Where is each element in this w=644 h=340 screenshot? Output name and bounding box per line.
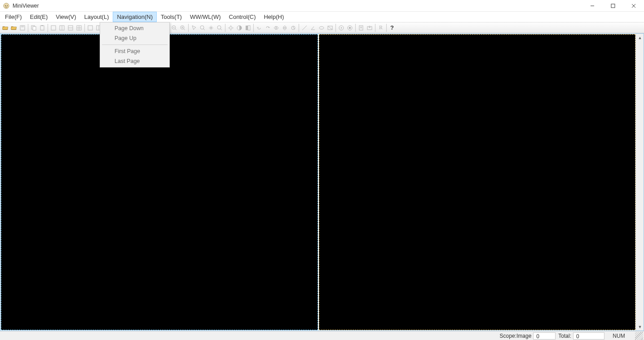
- window-title: MiniViewer: [13, 3, 39, 9]
- image-pane-left[interactable]: [1, 34, 318, 330]
- flip-v-icon[interactable]: [281, 24, 289, 32]
- toolbar-separator: [355, 24, 356, 32]
- open-icon[interactable]: [10, 24, 18, 32]
- layout-2v-icon[interactable]: [66, 24, 75, 32]
- resize-grip-icon[interactable]: [635, 332, 643, 340]
- menu-help[interactable]: Help(H): [260, 12, 288, 22]
- toolbar-separator: [386, 24, 387, 32]
- scroll-up-icon[interactable]: ▲: [636, 34, 644, 41]
- save-icon[interactable]: [18, 24, 26, 32]
- toolbar-separator: [188, 24, 189, 32]
- svg-point-40: [229, 27, 232, 29]
- paste-icon[interactable]: [38, 24, 46, 32]
- layout-4-icon[interactable]: [75, 24, 83, 32]
- svg-rect-13: [51, 26, 56, 30]
- menu-navigation[interactable]: Navigation(N): [113, 12, 156, 22]
- svg-line-39: [221, 29, 222, 30]
- rotate-left-icon[interactable]: [255, 24, 263, 32]
- menubar: File(F) Edit(E) View(V) Layout(L) Naviga…: [0, 12, 644, 22]
- brightness-icon[interactable]: [227, 24, 235, 32]
- menu-tools[interactable]: Tools(T): [157, 12, 186, 22]
- stop-icon[interactable]: [346, 24, 354, 32]
- menu-view[interactable]: View(V): [52, 12, 80, 22]
- svg-rect-11: [40, 26, 44, 30]
- svg-rect-55: [349, 27, 351, 29]
- svg-point-50: [319, 27, 324, 29]
- layout-1-icon[interactable]: [49, 24, 57, 32]
- open-multi-icon[interactable]: [1, 24, 9, 32]
- menu-wwwl[interactable]: WW/WL(W): [186, 12, 225, 22]
- toolbar-separator: [225, 24, 225, 32]
- rotate-right-icon[interactable]: [264, 24, 272, 32]
- svg-rect-47: [248, 26, 250, 30]
- dropdown-separator: [102, 45, 168, 45]
- copy-icon[interactable]: [30, 24, 38, 32]
- help-icon[interactable]: ?: [388, 24, 396, 32]
- status-scope-label: Scope:Image: [498, 333, 534, 339]
- contrast-icon[interactable]: [235, 24, 243, 32]
- dropdown-page-down[interactable]: Page Down: [101, 23, 168, 33]
- svg-rect-12: [41, 25, 43, 26]
- toolbar-separator: [84, 24, 85, 32]
- minimize-button[interactable]: [582, 0, 603, 12]
- svg-point-0: [4, 3, 9, 9]
- reset-icon[interactable]: [289, 24, 297, 32]
- pan-icon[interactable]: [207, 24, 215, 32]
- zoom-region-icon[interactable]: [198, 24, 207, 32]
- toolbar-separator: [375, 24, 375, 32]
- viewport: ▲ ▼: [0, 33, 644, 331]
- flip-h-icon[interactable]: [272, 24, 280, 32]
- status-scope-value: 0: [533, 332, 556, 340]
- r-icon[interactable]: R: [377, 24, 385, 32]
- svg-point-1: [5, 5, 6, 6]
- play-icon[interactable]: [337, 24, 345, 32]
- status-total-value: 0: [573, 332, 604, 340]
- menu-file[interactable]: File(F): [1, 12, 26, 22]
- zoom-in-icon[interactable]: [179, 24, 187, 32]
- pointer-icon[interactable]: [190, 24, 198, 32]
- svg-point-2: [7, 5, 8, 6]
- window-controls: [582, 0, 644, 12]
- status-num: NUM: [605, 332, 632, 340]
- close-button[interactable]: [623, 0, 644, 12]
- navigation-dropdown: Page Down Page Up First Page Last Page: [100, 22, 170, 67]
- scroll-down-icon[interactable]: ▼: [636, 323, 644, 331]
- svg-rect-10: [33, 27, 36, 30]
- vertical-scrollbar[interactable]: ▲ ▼: [636, 34, 644, 331]
- svg-line-52: [328, 26, 332, 30]
- invert-icon[interactable]: [244, 24, 252, 32]
- dropdown-first-page[interactable]: First Page: [101, 46, 168, 56]
- grid-1-icon[interactable]: [86, 24, 94, 32]
- statusbar: Scope:Image 0 Total: 0 NUM: [0, 331, 644, 340]
- menu-control[interactable]: Control(C): [225, 12, 260, 22]
- titlebar: MiniViewer: [0, 0, 644, 12]
- maximize-button[interactable]: [603, 0, 623, 12]
- rect-icon[interactable]: [326, 24, 334, 32]
- menu-layout[interactable]: Layout(L): [80, 12, 113, 22]
- toolbar-separator: [253, 24, 254, 32]
- dropdown-page-up[interactable]: Page Up: [101, 33, 168, 43]
- dropdown-last-page[interactable]: Last Page: [101, 56, 168, 66]
- magnifier-icon[interactable]: [216, 24, 224, 32]
- svg-line-30: [175, 29, 176, 30]
- angle-icon[interactable]: [309, 24, 317, 32]
- toolbar-separator: [335, 24, 336, 32]
- svg-line-49: [302, 26, 307, 30]
- export-icon[interactable]: [366, 24, 374, 32]
- svg-rect-8: [21, 26, 24, 27]
- app-icon: [3, 2, 10, 9]
- toolbar-separator: [299, 24, 299, 32]
- svg-line-33: [184, 29, 185, 30]
- svg-rect-46: [246, 26, 248, 30]
- ruler-icon[interactable]: [300, 24, 309, 32]
- svg-line-37: [203, 29, 205, 30]
- zoom-out-icon[interactable]: [170, 24, 178, 32]
- status-total-label: Total:: [556, 333, 573, 339]
- toolbar-separator: [28, 24, 28, 32]
- layout-2h-icon[interactable]: [58, 24, 66, 32]
- image-pane-right[interactable]: [319, 34, 636, 330]
- svg-rect-4: [611, 4, 615, 8]
- info-icon[interactable]: [357, 24, 365, 32]
- ellipse-icon[interactable]: [318, 24, 326, 32]
- menu-edit[interactable]: Edit(E): [26, 12, 52, 22]
